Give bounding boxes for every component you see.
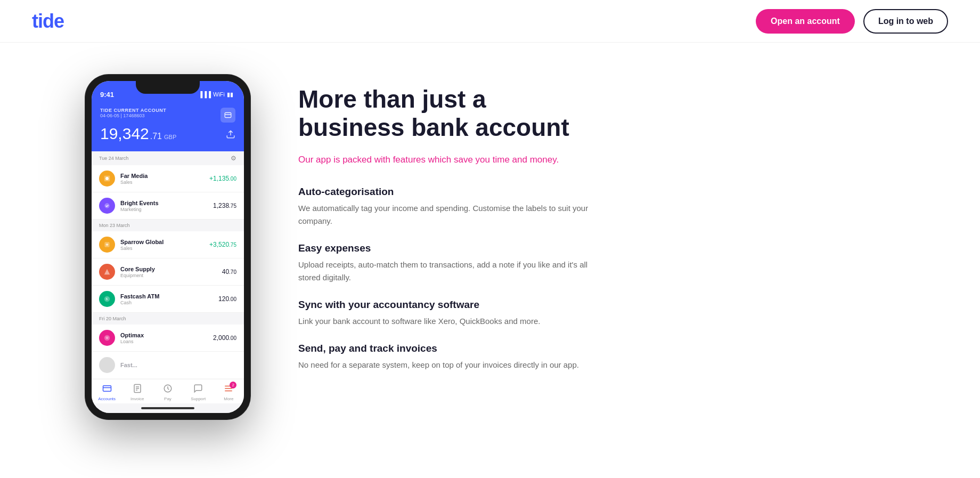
right-content: More than just a business bank account O… <box>298 75 597 386</box>
filter-icon[interactable]: ⚙ <box>231 155 236 162</box>
date-header-mon: Mon 23 March <box>92 220 244 231</box>
feature-title-expenses: Easy expenses <box>298 242 597 254</box>
accounts-icon <box>102 384 112 395</box>
date-label-fri: Fri 20 March <box>99 316 126 321</box>
tx-amount-sparrow-global: +3,520.75 <box>209 241 236 248</box>
tx-name-fastcash: Fastcash ATM <box>120 293 213 300</box>
tx-category-bright-events: Marketing <box>120 207 208 212</box>
nav-accounts[interactable]: Accounts <box>96 384 118 401</box>
account-label: TIDE CURRENT ACCOUNT <box>100 108 166 113</box>
tx-name-far-media: Far Media <box>120 172 204 180</box>
signal-icon: ▐▐▐ <box>199 91 211 98</box>
tx-avatar-sparrow-global <box>99 237 115 253</box>
account-info: TIDE CURRENT ACCOUNT 04-06-05 | 17468603 <box>100 108 166 118</box>
account-number: 04-06-05 | 17468603 <box>100 113 166 118</box>
feature-desc-invoices: No need for a separate system, keep on t… <box>298 359 597 371</box>
nav-label-invoice: Invoice <box>130 396 144 401</box>
hero-title: More than just a business bank account <box>298 85 597 142</box>
tx-name-partial: Fast... <box>120 361 236 369</box>
nav-invoice[interactable]: Invoice <box>127 384 148 401</box>
feature-title-invoices: Send, pay and track invoices <box>298 343 597 354</box>
feature-title-auto-cat: Auto-categorisation <box>298 186 597 198</box>
nav-support[interactable]: Support <box>187 384 209 401</box>
date-label-mon: Mon 23 March <box>99 223 130 228</box>
tx-amount-far-media: +1,135.00 <box>209 175 236 182</box>
feature-desc-sync: Link your bank account to software like … <box>298 315 597 328</box>
svg-point-3 <box>104 203 109 208</box>
tx-amount-fastcash: 120.00 <box>218 295 236 303</box>
tx-info-sparrow-global: Sparrow Global Sales <box>120 238 204 251</box>
header: tide Open an account Log in to web <box>0 0 980 43</box>
tx-optimax: Optimax Loans 2,000.00 <box>92 325 244 352</box>
tx-info-fastcash: Fastcash ATM Cash <box>120 293 213 305</box>
tx-info-partial: Fast... <box>120 361 236 369</box>
phone-mockup: 9:41 ▐▐▐ WiFi ▮▮ TIDE CURRENT ACCOUNT 04… <box>85 75 256 419</box>
svg-point-7 <box>104 335 110 341</box>
tx-name-sparrow-global: Sparrow Global <box>120 238 204 246</box>
transactions-list: Tue 24 March ⚙ Far Media Sales +1,135.00 <box>92 151 244 379</box>
tx-info-bright-events: Bright Events Marketing <box>120 199 208 212</box>
account-icon <box>220 108 235 123</box>
nav-label-pay: Pay <box>164 396 172 401</box>
bottom-nav: Accounts Invoice Pay <box>92 379 244 403</box>
tx-far-media: Far Media Sales +1,135.00 <box>92 165 244 192</box>
balance-currency: GBP <box>164 134 176 140</box>
nav-more[interactable]: 2 More <box>218 384 239 401</box>
support-icon <box>193 384 203 395</box>
date-header-tue: Tue 24 March ⚙ <box>92 151 244 165</box>
nav-label-support: Support <box>191 396 206 401</box>
tx-info-far-media: Far Media Sales <box>120 172 204 185</box>
tx-avatar-bright-events <box>99 198 115 214</box>
login-button[interactable]: Log in to web <box>863 9 948 34</box>
home-bar <box>141 407 194 409</box>
status-icons: ▐▐▐ WiFi ▮▮ <box>199 91 233 98</box>
tx-amount-bright-events: 1,238.75 <box>213 202 236 209</box>
feature-easy-expenses: Easy expenses Upload receipts, auto-matc… <box>298 242 597 284</box>
tx-amount-core-supply: 40.70 <box>222 268 236 276</box>
feature-title-sync: Sync with your accountancy software <box>298 299 597 311</box>
tx-category-sparrow-global: Sales <box>120 246 204 251</box>
tx-bright-events: Bright Events Marketing 1,238.75 <box>92 192 244 220</box>
date-header-fri: Fri 20 March <box>92 313 244 325</box>
tx-name-bright-events: Bright Events <box>120 199 208 207</box>
tx-avatar-core-supply <box>99 264 115 280</box>
hero-subtitle: Our app is packed with features which sa… <box>298 152 597 167</box>
tx-name-core-supply: Core Supply <box>120 265 217 273</box>
balance-display: 19,342.71GBP <box>100 126 176 142</box>
tx-fastcash-atm: $ Fastcash ATM Cash 120.00 <box>92 286 244 313</box>
tx-core-supply: Core Supply Equipment 40.70 <box>92 258 244 286</box>
tx-partial: Fast... <box>92 352 244 379</box>
pay-icon <box>163 384 173 395</box>
tx-avatar-far-media <box>99 171 115 187</box>
wifi-icon: WiFi <box>213 91 225 98</box>
battery-icon: ▮▮ <box>227 91 233 98</box>
more-icon: 2 <box>224 384 233 395</box>
tx-category-core-supply: Equipment <box>120 273 217 278</box>
feature-sync-accountancy: Sync with your accountancy software Link… <box>298 299 597 328</box>
header-actions: Open an account Log in to web <box>756 9 948 34</box>
app-header-top: TIDE CURRENT ACCOUNT 04-06-05 | 17468603 <box>100 108 235 123</box>
svg-rect-8 <box>103 386 111 392</box>
logo: tide <box>32 10 64 33</box>
feature-desc-auto-cat: We automatically tag your income and spe… <box>298 202 597 228</box>
tx-avatar-optimax <box>99 330 115 346</box>
feature-invoices: Send, pay and track invoices No need for… <box>298 343 597 371</box>
tx-avatar-partial <box>99 357 115 373</box>
main-content: 9:41 ▐▐▐ WiFi ▮▮ TIDE CURRENT ACCOUNT 04… <box>0 43 980 478</box>
balance-row: 19,342.71GBP <box>100 126 235 142</box>
app-header: TIDE CURRENT ACCOUNT 04-06-05 | 17468603 <box>92 102 244 151</box>
upload-icon[interactable] <box>226 129 235 142</box>
balance-main: 19,342 <box>100 125 149 142</box>
phone-notch <box>136 81 200 94</box>
status-time: 9:41 <box>100 91 114 99</box>
hero-subtitle-text: Our app is packed with features which sa… <box>298 155 559 165</box>
tx-info-core-supply: Core Supply Equipment <box>120 265 217 278</box>
nav-pay[interactable]: Pay <box>157 384 178 401</box>
open-account-button[interactable]: Open an account <box>756 9 855 34</box>
tx-category-optimax: Loans <box>120 339 208 344</box>
feature-auto-categorisation: Auto-categorisation We automatically tag… <box>298 186 597 228</box>
tx-category-fastcash: Cash <box>120 300 213 305</box>
tx-sparrow-global: Sparrow Global Sales +3,520.75 <box>92 231 244 258</box>
tx-amount-optimax: 2,000.00 <box>213 334 236 342</box>
phone-frame: 9:41 ▐▐▐ WiFi ▮▮ TIDE CURRENT ACCOUNT 04… <box>85 75 250 419</box>
